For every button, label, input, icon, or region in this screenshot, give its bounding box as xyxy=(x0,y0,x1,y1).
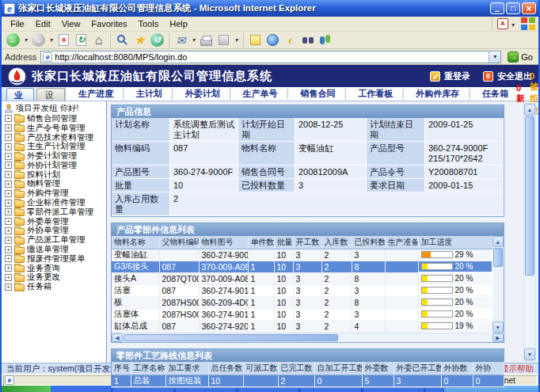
close-button[interactable] xyxy=(522,2,536,14)
scroll-left-icon[interactable]: ◀ xyxy=(112,333,123,342)
expand-icon[interactable] xyxy=(5,218,12,225)
refresh-icon[interactable]: ↻ xyxy=(73,32,89,48)
minimize-button[interactable] xyxy=(490,2,504,14)
expand-icon[interactable] xyxy=(5,246,12,253)
nav-item[interactable]: 外委计划 xyxy=(181,88,238,100)
scroll-up-icon[interactable]: ▲ xyxy=(524,104,535,116)
research-icon[interactable] xyxy=(299,32,316,48)
column-header[interactable]: 外委数 xyxy=(362,362,394,375)
column-header[interactable]: 已投料数 xyxy=(352,236,385,249)
back-icon[interactable]: ← xyxy=(5,32,21,48)
go-button[interactable]: Go xyxy=(505,51,535,63)
parts-table-vscrollbar[interactable]: ▲ ▼ xyxy=(492,236,504,333)
search-icon[interactable] xyxy=(114,32,131,48)
discuss-icon[interactable]: ‹ xyxy=(282,32,299,48)
scroll-thumb[interactable] xyxy=(124,334,338,341)
parts-row[interactable]: 活塞体2087HS002360-274-9011W11032320 % xyxy=(112,309,492,321)
history-icon[interactable]: ↺ xyxy=(149,32,165,48)
parts-row[interactable]: 变幅油缸360-274-9000F1032329 % xyxy=(112,249,492,261)
expand-icon[interactable] xyxy=(5,143,12,150)
expand-icon[interactable] xyxy=(5,227,12,234)
scroll-down-icon[interactable]: ▼ xyxy=(492,322,504,333)
address-dropdown-icon[interactable] xyxy=(489,51,500,63)
column-header[interactable]: 工序名称 xyxy=(131,362,165,375)
column-header[interactable]: 外协数 xyxy=(441,362,473,375)
expand-icon[interactable] xyxy=(5,162,12,169)
edit-icon[interactable] xyxy=(215,32,232,48)
mail-dropdown-icon[interactable]: ▾ xyxy=(190,32,197,48)
back-dropdown-icon[interactable]: ▾ xyxy=(22,32,29,48)
scroll-right-icon[interactable]: ▶ xyxy=(492,333,504,342)
route-row[interactable]: 1总装按图组装10205300 xyxy=(112,375,504,387)
expand-icon[interactable] xyxy=(5,115,12,122)
expand-icon[interactable] xyxy=(5,134,12,141)
relogin-button[interactable]: 重登录 xyxy=(430,70,470,82)
parts-row[interactable]: 活塞087360-274-9010F11032320 % xyxy=(112,285,492,297)
scroll-down-icon[interactable]: ▼ xyxy=(524,348,535,360)
expand-icon[interactable] xyxy=(5,265,12,272)
tab-settings[interactable]: 设置 xyxy=(36,88,64,101)
pdf-dropdown-icon[interactable] xyxy=(511,19,515,29)
nav-item[interactable]: 生产单号 xyxy=(238,88,296,100)
sidebar-item[interactable]: 任务箱 xyxy=(4,282,106,291)
forward-icon[interactable]: → xyxy=(30,32,47,48)
column-header[interactable]: 物料名称 xyxy=(112,236,159,249)
nav-item[interactable]: 外购件库存 xyxy=(411,88,477,100)
menu-item[interactable]: File xyxy=(5,19,30,29)
column-header[interactable]: 已完工数 xyxy=(278,362,314,375)
favorites-icon[interactable]: ★ xyxy=(131,32,148,48)
menu-item[interactable]: Favorites xyxy=(86,19,132,29)
forward-dropdown-icon[interactable]: ▾ xyxy=(48,32,55,48)
column-header[interactable]: 加工要求 xyxy=(165,362,208,375)
parts-row[interactable]: 板2087HS002360-209-4D01011032820 % xyxy=(112,297,492,309)
column-header[interactable]: 序号 xyxy=(112,362,131,375)
edit-dropdown-icon[interactable]: ▾ xyxy=(233,32,240,48)
expand-icon[interactable] xyxy=(5,181,12,188)
menu-item[interactable]: Tools xyxy=(133,19,165,29)
address-input[interactable]: http://localhost:8080/MPS/login.do xyxy=(40,51,501,63)
messenger-icon[interactable] xyxy=(317,32,333,48)
column-header[interactable]: 单件数量 xyxy=(248,236,274,249)
nav-item[interactable]: 任务箱 xyxy=(477,88,513,100)
adobe-pdf-icon[interactable] xyxy=(497,18,508,29)
parts-row[interactable]: 接头A2087QT002370-009-A085011032820 % xyxy=(112,273,492,285)
column-header[interactable]: 物料图号 xyxy=(199,236,248,249)
logout-button[interactable]: 安全退出 xyxy=(483,70,532,82)
column-header[interactable]: 加工进度 xyxy=(418,236,492,249)
nav-item[interactable]: 生产进度 xyxy=(74,88,131,100)
scroll-thumb[interactable] xyxy=(525,116,534,276)
home-icon[interactable]: ⌂ xyxy=(90,32,107,48)
expand-icon[interactable] xyxy=(5,200,12,207)
column-header[interactable]: 批量 xyxy=(274,236,293,249)
toolbar-separator[interactable] xyxy=(166,32,172,48)
column-header[interactable]: 总任务数 xyxy=(208,362,243,375)
column-header[interactable]: 可派工数 xyxy=(243,362,278,375)
mail-icon[interactable]: ✉ xyxy=(173,32,189,48)
parts-row[interactable]: G3/6接头087370-009-A084011032820 % xyxy=(112,261,492,273)
expand-icon[interactable] xyxy=(5,171,12,178)
maximize-button[interactable] xyxy=(506,2,520,14)
column-header[interactable]: 开工数 xyxy=(293,236,321,249)
tab-business[interactable]: 业务 xyxy=(6,88,34,101)
toolbar-separator[interactable] xyxy=(241,32,246,48)
expand-icon[interactable] xyxy=(5,284,12,291)
sidebar-item[interactable]: 业务更改 xyxy=(4,273,106,283)
expand-icon[interactable] xyxy=(5,274,12,281)
parts-row[interactable]: 缸体总成087360-274-9200F11032419 % xyxy=(112,321,492,333)
nav-item[interactable]: 主计划 xyxy=(131,88,181,100)
expand-icon[interactable] xyxy=(5,124,12,131)
web-icon[interactable] xyxy=(264,32,281,48)
parts-table-hscrollbar[interactable]: ◀ ▶ xyxy=(112,333,504,342)
notes-icon[interactable] xyxy=(247,32,264,48)
column-header[interactable]: 入库数 xyxy=(321,236,352,249)
stop-icon[interactable]: × xyxy=(55,32,72,48)
expand-icon[interactable] xyxy=(5,153,12,160)
column-header[interactable]: 生产准备 xyxy=(385,236,418,249)
column-header[interactable]: 父物料编码 xyxy=(159,236,199,249)
expand-icon[interactable] xyxy=(5,190,12,197)
scroll-thumb[interactable] xyxy=(493,248,504,267)
column-header[interactable]: 外协 xyxy=(473,362,504,375)
nav-item[interactable]: 工作看板 xyxy=(353,88,411,100)
column-header[interactable]: 自加工开工数 xyxy=(314,362,362,375)
scroll-up-icon[interactable]: ▲ xyxy=(492,236,504,247)
